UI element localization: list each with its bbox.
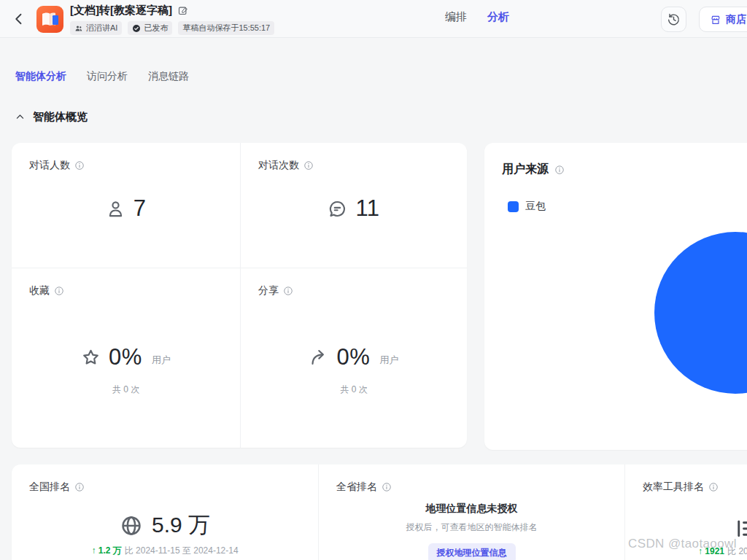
badge-row: 滔滔讲AI 已发布 草稿自动保存于15:55:17 [70, 21, 274, 35]
info-icon[interactable] [382, 482, 392, 492]
autosave-badge: 草稿自动保存于15:55:17 [178, 21, 274, 35]
legend-swatch [508, 201, 519, 212]
stat-conversation-count: 对话次数 11 [241, 143, 467, 268]
pie-slice-doubao[interactable] [654, 232, 747, 394]
chat-bubble-icon [328, 199, 347, 219]
agent-avatar [36, 6, 63, 33]
stat-total: 共 0 次 [241, 384, 467, 396]
stat-value: 0% [109, 344, 142, 370]
info-icon[interactable] [54, 286, 64, 296]
stats-card: 对话人数 7 对话次数 11 收藏 [12, 143, 467, 448]
stat-label: 分享 [258, 284, 279, 298]
tab-analysis[interactable]: 分析 [487, 10, 509, 24]
legend-item-doubao[interactable]: 豆包 [508, 200, 546, 213]
geo-unauthorized-title: 地理位置信息未授权 [319, 502, 624, 516]
user-source-card: 用户来源 豆包 [484, 143, 747, 450]
user-icon [106, 199, 125, 219]
chevron-up-icon[interactable] [15, 112, 25, 122]
stat-label: 对话次数 [258, 159, 299, 172]
check-circle-icon [132, 24, 141, 33]
mode-tabs: 编排 分析 [445, 10, 509, 24]
edit-icon[interactable] [177, 5, 188, 16]
stat-value: 7 [133, 195, 147, 222]
stat-favorites: 收藏 0% 用户 共 0 次 [12, 268, 241, 448]
globe-icon [120, 514, 143, 537]
storefront-icon [710, 14, 721, 26]
stat-label: 收藏 [29, 284, 50, 298]
info-icon[interactable] [303, 160, 314, 171]
delta-value: 1.2 万 [98, 545, 122, 556]
stat-value: 0% [337, 344, 371, 370]
subnav-message-trace[interactable]: 消息链路 [148, 70, 189, 83]
share-arrow-icon [309, 348, 329, 368]
tab-edit[interactable]: 编排 [445, 10, 467, 24]
delta-note: 比 2024-11-15 至 2024-12-14 [125, 545, 239, 556]
stat-value: 11 [355, 195, 379, 222]
info-icon[interactable] [708, 482, 719, 492]
chevron-left-icon [12, 12, 26, 26]
national-rank-section: 全国排名 5.9 万 ↑ 1.2 万比 2024-11-15 至 2024-12… [12, 464, 318, 560]
owner-badge: 滔滔讲AI [70, 21, 122, 35]
subnav-visit-analysis[interactable]: 访问分析 [87, 70, 128, 83]
info-icon[interactable] [74, 482, 85, 492]
stat-label: 对话人数 [29, 159, 70, 172]
province-rank-section: 全省排名 地理位置信息未授权 授权后，可查看地区的智能体排名 授权地理位置信息 [318, 464, 624, 560]
published-badge: 已发布 [128, 21, 172, 35]
csdn-watermark: CSDN @taotaoowl [628, 537, 737, 551]
section-header: 智能体概览 [15, 110, 88, 124]
national-rank-delta: ↑ 1.2 万比 2024-11-15 至 2024-12-14 [12, 545, 318, 557]
page-title: [文档]转[教案逐字稿] [70, 4, 172, 18]
autosave-label: 草稿自动保存于15:55:17 [182, 23, 270, 34]
book-icon [36, 6, 63, 33]
people-icon [74, 24, 83, 33]
geo-unauthorized-block: 地理位置信息未授权 授权后，可查看地区的智能体排名 授权地理位置信息 [319, 502, 624, 560]
authorize-location-button[interactable]: 授权地理位置信息 [428, 543, 516, 560]
stat-unit: 用户 [379, 354, 398, 370]
published-badge-label: 已发布 [144, 23, 168, 34]
back-button[interactable] [10, 10, 28, 28]
section-title: 智能体概览 [33, 110, 88, 124]
user-source-title: 用户来源 [502, 162, 549, 177]
stat-conversation-users: 对话人数 7 [12, 143, 241, 268]
owner-badge-label: 滔滔讲AI [86, 23, 117, 34]
rank-label: 效率工具排名 [643, 481, 704, 494]
info-icon[interactable] [283, 286, 293, 296]
geo-unauthorized-desc: 授权后，可查看地区的智能体排名 [319, 521, 624, 534]
stat-unit: 用户 [152, 354, 171, 370]
subnav-agent-analysis[interactable]: 智能体分析 [15, 70, 66, 83]
store-button-label: 商店 [726, 13, 746, 26]
info-icon[interactable] [74, 160, 85, 171]
rank-label: 全国排名 [29, 481, 70, 494]
stat-total: 共 0 次 [12, 384, 240, 396]
legend-label: 豆包 [525, 200, 546, 213]
stat-shares: 分享 0% 用户 共 0 次 [241, 268, 467, 448]
history-button[interactable] [661, 7, 686, 32]
header: [文档]转[教案逐字稿] 滔滔讲AI 已发布 草稿自动保存于15:55:17 编… [0, 0, 747, 38]
star-icon [81, 348, 101, 368]
analytics-page: [文档]转[教案逐字稿] 滔滔讲AI 已发布 草稿自动保存于15:55:17 编… [0, 0, 747, 560]
title-block: [文档]转[教案逐字稿] 滔滔讲AI 已发布 草稿自动保存于15:55:17 [70, 4, 274, 35]
info-icon[interactable] [554, 165, 565, 175]
rank-label: 全省排名 [336, 481, 377, 494]
history-clock-icon [667, 12, 681, 26]
national-rank-value: 5.9 万 [152, 510, 210, 540]
up-arrow-icon: ↑ [91, 545, 96, 556]
analysis-subnav: 智能体分析 访问分析 消息链路 [15, 70, 189, 83]
store-button[interactable]: 商店 [699, 7, 747, 32]
